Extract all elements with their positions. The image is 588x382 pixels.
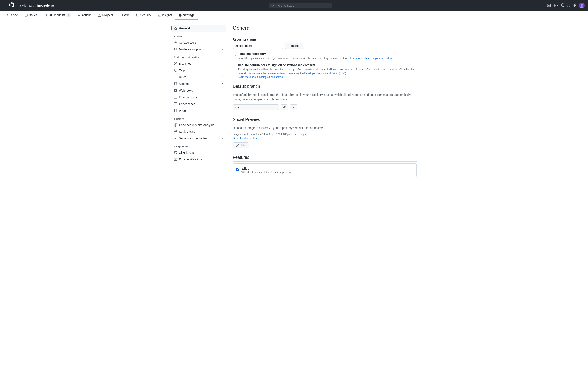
notifications-icon[interactable] xyxy=(573,3,576,8)
search-bar[interactable]: Type / to search xyxy=(269,3,332,8)
sidebar-collaborators-label: Collaborators xyxy=(179,41,196,44)
sidebar-item-webhooks[interactable]: Webhooks xyxy=(171,87,226,94)
nav-pull-requests[interactable]: Pull requests 1 xyxy=(41,11,74,20)
swap-branch-button[interactable] xyxy=(290,104,297,110)
nav-wiki-label: Wiki xyxy=(124,13,129,17)
sidebar-item-code-security[interactable]: Code security and analysis xyxy=(171,122,226,128)
nav-bar: Code Issues Pull requests 1 Actions Proj… xyxy=(0,11,588,20)
nav-actions[interactable]: Actions xyxy=(74,11,95,20)
sidebar-item-actions[interactable]: Actions ▾ xyxy=(171,81,226,87)
github-apps-icon xyxy=(174,151,177,154)
sign-off-row: Require contributors to sign off on web-… xyxy=(233,64,417,79)
sidebar-item-email-notifications[interactable]: Email notifications xyxy=(171,156,226,163)
sign-off-label: Require contributors to sign off on web-… xyxy=(238,64,417,67)
sidebar-secrets-label: Secrets and variables xyxy=(179,137,207,140)
dco-link[interactable]: Developer Certificate of Origin (DCO). xyxy=(304,72,347,75)
nav-settings-label: Settings xyxy=(183,13,194,17)
nav-settings[interactable]: Settings xyxy=(175,11,198,20)
svg-point-2 xyxy=(580,6,583,8)
download-template-link[interactable]: Download template xyxy=(233,136,417,140)
template-repo-checkbox[interactable] xyxy=(233,53,236,56)
sidebar-item-pages[interactable]: Pages xyxy=(171,107,226,114)
search-area: Type / to search xyxy=(57,3,544,8)
sidebar-section-security: Security xyxy=(171,114,226,122)
sidebar-item-tags[interactable]: Tags xyxy=(171,67,226,74)
insights-nav-icon xyxy=(158,14,161,17)
sidebar-branches-label: Branches xyxy=(179,62,191,65)
terminal-icon[interactable] xyxy=(547,3,551,8)
sidebar-environments-label: Environments xyxy=(179,96,197,99)
nav-security[interactable]: Security xyxy=(133,11,155,20)
branches-icon xyxy=(174,62,177,65)
sidebar-codespaces-label: Codespaces xyxy=(179,102,195,106)
features-title: Features xyxy=(233,155,417,162)
sidebar-item-codespaces[interactable]: Codespaces xyxy=(171,101,226,107)
sidebar-deploy-keys-label: Deploy keys xyxy=(179,130,195,133)
edit-icon xyxy=(236,144,239,147)
edit-social-preview-button[interactable]: Edit xyxy=(233,142,249,148)
hamburger-menu[interactable] xyxy=(3,3,7,8)
template-repo-learn-more[interactable]: Learn more about template repositories. xyxy=(351,57,395,60)
sidebar: General Access Collaborators Moderation … xyxy=(171,25,226,179)
sidebar-pages-label: Pages xyxy=(179,109,187,112)
rename-button[interactable]: Rename xyxy=(285,43,303,49)
sidebar-item-secrets[interactable]: Secrets and variables ▾ xyxy=(171,135,226,142)
sidebar-webhooks-label: Webhooks xyxy=(179,89,193,92)
sidebar-item-github-apps[interactable]: GitHub Apps xyxy=(171,149,226,156)
collaborators-icon xyxy=(174,41,177,44)
sidebar-item-environments[interactable]: Environments xyxy=(171,94,226,101)
wikis-desc: Wikis host documentation for your reposi… xyxy=(242,171,292,174)
wiki-nav-icon xyxy=(120,14,123,17)
sidebar-item-rules[interactable]: Rules ▾ xyxy=(171,74,226,81)
repo-name-input[interactable] xyxy=(233,43,283,49)
tags-icon xyxy=(174,69,177,72)
nav-projects[interactable]: Projects xyxy=(95,11,116,20)
moderation-chevron: ▾ xyxy=(222,48,223,51)
projects-nav-icon xyxy=(98,14,101,17)
new-item-button[interactable] xyxy=(553,4,559,7)
sidebar-item-moderation[interactable]: Moderation options ▾ xyxy=(171,46,226,53)
secrets-chevron: ▾ xyxy=(222,137,223,140)
general-icon xyxy=(174,27,177,30)
sidebar-section-code-automation: Code and automation xyxy=(171,53,226,60)
sidebar-actions-label: Actions xyxy=(179,82,189,85)
social-preview-desc1: Upload an image to customize your reposi… xyxy=(233,126,417,130)
nav-security-label: Security xyxy=(141,13,151,17)
repo-name-label: Repository name xyxy=(233,38,417,41)
sign-off-checkbox[interactable] xyxy=(233,64,236,67)
repo-owner[interactable]: markdumay xyxy=(17,4,32,7)
sidebar-item-deploy-keys[interactable]: Deploy keys xyxy=(171,128,226,135)
nav-projects-label: Projects xyxy=(102,13,113,17)
issues-icon[interactable] xyxy=(561,3,565,8)
pull-requests-icon[interactable] xyxy=(567,3,570,8)
page-title: General xyxy=(233,25,417,34)
actions-chevron: ▾ xyxy=(222,82,223,85)
nav-code-label: Code xyxy=(11,13,18,17)
avatar[interactable] xyxy=(579,2,585,8)
webhooks-icon xyxy=(174,89,177,92)
template-repo-row: Template repository Template repositorie… xyxy=(233,52,417,60)
svg-point-1 xyxy=(581,4,583,6)
sidebar-item-branches[interactable]: Branches xyxy=(171,60,226,67)
nav-insights[interactable]: Insights xyxy=(154,11,175,20)
nav-issues[interactable]: Issues xyxy=(21,11,41,20)
nav-wiki[interactable]: Wiki xyxy=(116,11,133,20)
sidebar-item-collaborators[interactable]: Collaborators xyxy=(171,39,226,46)
sidebar-item-general[interactable]: General xyxy=(171,25,226,32)
search-icon xyxy=(271,4,274,7)
code-security-icon xyxy=(174,123,177,127)
repo-path: markdumay / hinode-demo xyxy=(17,4,54,7)
edit-branch-button[interactable] xyxy=(281,104,288,110)
repo-name-section: Repository name Rename xyxy=(233,38,417,49)
wikis-feature-card: Wikis Wikis host documentation for your … xyxy=(233,163,417,177)
deploy-keys-icon xyxy=(174,130,177,133)
github-logo[interactable] xyxy=(9,2,14,9)
wikis-label: Wikis xyxy=(242,167,292,170)
sign-off-learn-more[interactable]: Learn more about signing off on commits. xyxy=(238,76,284,79)
wikis-checkbox[interactable] xyxy=(236,168,239,171)
nav-code[interactable]: Code xyxy=(3,11,21,20)
sidebar-general-label: General xyxy=(179,27,190,30)
nav-pr-label: Pull requests xyxy=(48,13,65,17)
repo-name[interactable]: hinode-demo xyxy=(36,4,54,7)
repo-name-row: Rename xyxy=(233,43,417,49)
